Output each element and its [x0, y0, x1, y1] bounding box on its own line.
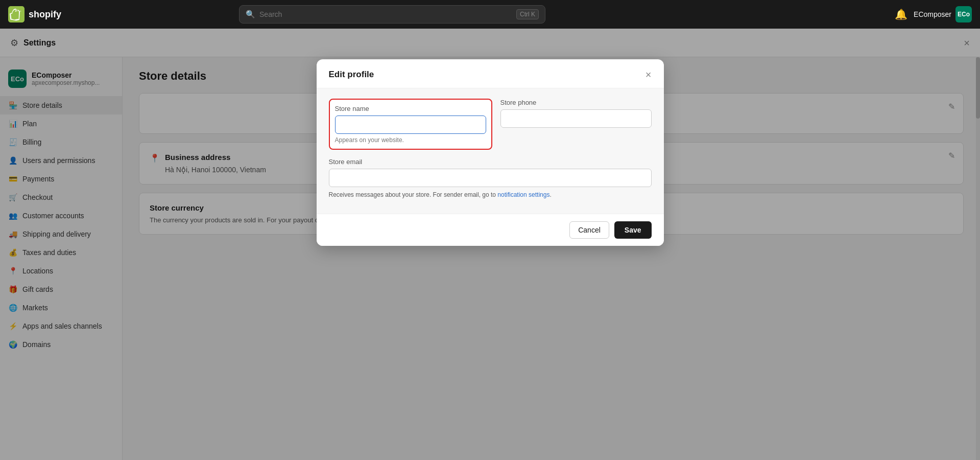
store-name-label: Store name — [335, 105, 486, 112]
modal-email-row: Store email Receives messages about your… — [329, 158, 652, 199]
modal-header: Edit profile × — [317, 59, 664, 88]
store-name-hint: Appears on your website. — [335, 136, 486, 144]
shopify-icon — [8, 6, 25, 22]
user-name: EComposer — [914, 10, 951, 18]
modal-overlay: Edit profile × Store name Appears on you… — [0, 29, 980, 460]
store-email-label: Store email — [329, 158, 652, 166]
shopify-logo-text: shopify — [29, 9, 61, 20]
store-phone-input[interactable] — [500, 109, 652, 128]
search-icon: 🔍 — [246, 10, 255, 19]
modal-name-phone-row: Store name Appears on your website. Stor… — [329, 99, 652, 150]
topbar: shopify 🔍 Ctrl K 🔔 EComposer ECo — [0, 0, 980, 29]
store-email-input[interactable] — [329, 169, 652, 187]
store-email-group: Store email Receives messages about your… — [329, 158, 652, 199]
modal-body: Store name Appears on your website. Stor… — [317, 88, 664, 214]
search-shortcut: Ctrl K — [516, 9, 539, 19]
modal-close-button[interactable]: × — [646, 70, 652, 80]
modal-footer: Cancel Save — [317, 214, 664, 246]
email-hint: Receives messages about your store. For … — [329, 190, 652, 199]
notification-settings-link[interactable]: notification settings — [497, 191, 549, 198]
modal-title: Edit profile — [329, 70, 374, 80]
save-button[interactable]: Save — [614, 221, 652, 239]
search-bar[interactable]: 🔍 Ctrl K — [239, 5, 545, 24]
user-avatar: ECo — [955, 6, 972, 22]
store-phone-label: Store phone — [500, 99, 652, 106]
store-phone-group: Store phone — [500, 99, 652, 150]
search-input[interactable] — [259, 10, 512, 18]
topbar-right: 🔔 EComposer ECo — [895, 6, 972, 22]
store-name-input[interactable] — [335, 116, 486, 134]
store-name-group: Store name Appears on your website. — [329, 99, 492, 150]
shopify-logo[interactable]: shopify — [8, 6, 61, 22]
edit-profile-modal: Edit profile × Store name Appears on you… — [317, 59, 664, 246]
bell-icon[interactable]: 🔔 — [895, 8, 907, 20]
settings-window: ⚙ Settings × ECo EComposer apxecomposer.… — [0, 29, 980, 460]
cancel-button[interactable]: Cancel — [569, 221, 609, 239]
user-menu[interactable]: EComposer ECo — [914, 6, 972, 22]
